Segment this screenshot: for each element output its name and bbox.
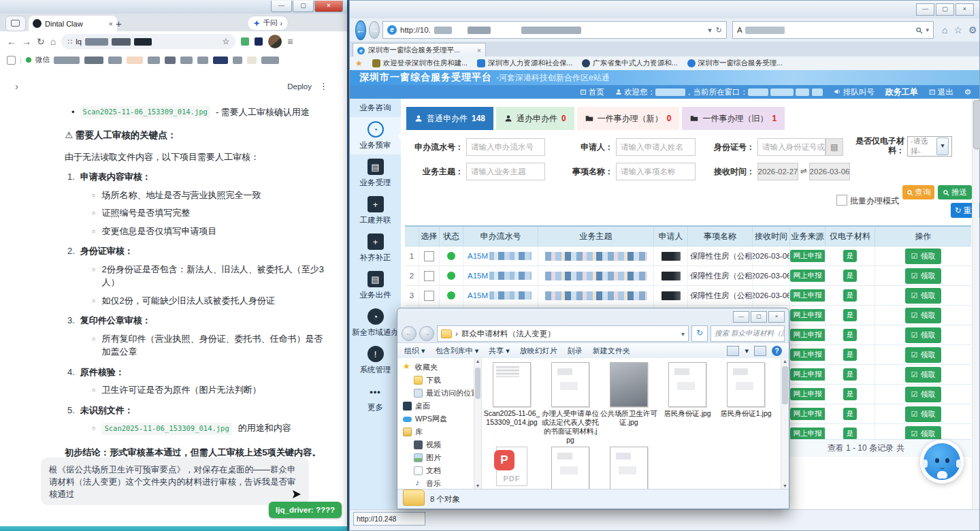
change-view-icon[interactable] xyxy=(727,346,739,356)
assistant-robot[interactable] xyxy=(920,440,964,483)
back-icon[interactable]: ← xyxy=(402,326,416,341)
sidebar-item-系统管理[interactable]: !系统管理 xyxy=(350,342,401,379)
sidebar-item-补齐补正[interactable]: +补齐补正 xyxy=(350,229,401,267)
home-icon[interactable]: ⌂ xyxy=(50,36,56,47)
back-icon[interactable]: ← xyxy=(355,20,366,40)
column-header[interactable]: 状态 xyxy=(440,227,463,246)
left-window-titlebar[interactable]: — ▢ × xyxy=(0,0,347,14)
date-from-input[interactable]: 2026-02-27 xyxy=(757,163,798,180)
claim-button[interactable]: ☑领取 xyxy=(905,367,942,383)
maximize-button[interactable]: ▢ xyxy=(293,1,314,12)
dropdown-icon[interactable]: ▾ xyxy=(708,26,712,35)
breadcrumb[interactable]: › 群众申请材料（法人变更） ▾ xyxy=(437,325,689,342)
sidebar-item-更多[interactable]: •••更多 xyxy=(350,379,401,417)
tab-普通申办件[interactable]: 普通申办件148 xyxy=(406,107,493,130)
gear-icon[interactable]: ⚙ xyxy=(964,87,971,97)
claim-button[interactable]: ☑领取 xyxy=(905,308,942,323)
reload-icon[interactable]: ↻ xyxy=(37,36,45,47)
files-scrollbar[interactable]: ▲ ▼ xyxy=(781,358,789,489)
browser-tab[interactable]: e 深圳市一窗综合服务受理平... × xyxy=(353,43,486,57)
dropdown-icon[interactable]: ▾ xyxy=(926,27,929,33)
claim-button[interactable]: ☑领取 xyxy=(905,347,942,363)
chevron-down-icon[interactable]: ▾ xyxy=(745,347,749,355)
apps-icon[interactable] xyxy=(7,56,16,65)
toolbar-共享[interactable]: 共享 ▾ xyxy=(489,346,510,356)
tab-close-icon[interactable]: × xyxy=(109,20,113,28)
address-bar[interactable]: ∷ lq ☆ xyxy=(61,34,235,49)
explorer-item-音乐[interactable]: 音乐 xyxy=(397,477,474,489)
file-item[interactable]: PPDF xyxy=(483,447,540,486)
column-header[interactable]: 申请人 xyxy=(654,227,688,246)
idcard-picker-button[interactable]: ▤ xyxy=(826,138,843,156)
query-button[interactable]: 查询 xyxy=(902,185,934,199)
column-header[interactable]: 业务来源 xyxy=(790,227,826,246)
address-bar[interactable]: e http://10. ▾ ↻ xyxy=(382,21,727,39)
explorer-search-box[interactable]: 搜索 群众申请材料（法人变更） xyxy=(710,325,785,342)
home-link[interactable]: ⊡ 首页 xyxy=(580,87,604,97)
back-icon[interactable]: ← xyxy=(7,36,16,47)
minimize-button[interactable]: — xyxy=(271,1,292,12)
sidebar-item-业务出件[interactable]: ▤业务出件 xyxy=(350,267,401,304)
file-item[interactable] xyxy=(600,447,657,489)
claim-button[interactable]: ☑领取 xyxy=(905,248,942,264)
serial-link[interactable]: A15M xyxy=(463,266,538,285)
explorer-item-收藏夹[interactable]: 收藏夹 xyxy=(397,361,474,374)
sidebar-toggle-icon[interactable]: › xyxy=(15,80,18,92)
matter-input[interactable]: 请输入事项名称 xyxy=(616,163,696,180)
toolbar-包含到库中[interactable]: 包含到库中 ▾ xyxy=(436,346,479,356)
search-box[interactable]: A ▾ xyxy=(732,21,934,39)
column-header[interactable]: 仅电子材料 xyxy=(826,227,875,246)
sidebar-item-业务受理[interactable]: ▤业务受理 xyxy=(350,155,401,192)
file-item[interactable]: 居民身份证1.jpg xyxy=(717,362,774,418)
bookmark-star-icon[interactable]: ☆ xyxy=(222,37,229,46)
chevron-down-icon[interactable]: ▾ xyxy=(681,330,685,338)
breadcrumb-folder[interactable]: 群众申请材料（法人变更） xyxy=(461,329,555,339)
gear-icon[interactable]: ⚙ xyxy=(968,25,977,35)
browser-tab[interactable]: Dintal Claw × xyxy=(29,16,117,31)
sidebar-item-工建并联[interactable]: +工建并联 xyxy=(350,192,401,229)
minimize-button[interactable]: — xyxy=(916,3,934,16)
sidebar-scrollbar[interactable]: ▲ ▼ xyxy=(474,358,482,489)
forward-icon[interactable]: → xyxy=(22,36,31,47)
claim-button[interactable]: ☑领取 xyxy=(905,268,942,284)
explorer-item-桌面[interactable]: 桌面 xyxy=(397,400,474,413)
close-button[interactable]: × xyxy=(768,311,785,323)
push-button[interactable]: 推送 xyxy=(938,185,972,199)
explorer-item-库[interactable]: 库 xyxy=(397,425,474,438)
more-menu-icon[interactable]: ⋮ xyxy=(319,81,328,91)
toolbar-新建文件夹[interactable]: 新建文件夹 xyxy=(593,346,630,356)
applicant-input[interactable]: 请输入申请人姓名 xyxy=(616,138,696,156)
batch-mode-checkbox[interactable] xyxy=(836,195,847,206)
favorites-icon[interactable]: ★ xyxy=(355,59,363,68)
table-row[interactable]: 2A15M保障性住房（公租）轮候申2026-03-06网上申报是☑领取 xyxy=(405,266,971,286)
favorite-link[interactable]: 深圳市一窗综合服务受理... xyxy=(687,59,783,68)
queue-call-link[interactable]: 排队叫号 xyxy=(834,87,875,97)
file-item[interactable] xyxy=(542,447,599,489)
column-header[interactable]: 接收时间 xyxy=(753,227,790,246)
explorer-item-下载[interactable]: 下载 xyxy=(397,374,474,387)
file-item[interactable]: 公共场所卫生许可证.jpg xyxy=(600,362,657,427)
row-checkbox[interactable] xyxy=(424,291,434,301)
electronic-only-select[interactable]: -请选择- ▾ xyxy=(907,136,952,157)
file-item[interactable]: 办理人受申请单位或法定代表人委托的书面证明材料.jpg xyxy=(542,362,599,445)
refresh-icon[interactable]: ↻ xyxy=(691,325,708,342)
profile-badge-navy[interactable] xyxy=(255,37,263,46)
chat-input[interactable]: 根《据公共场所卫生许可预审要点》，对保存在桌面的——群众申请材料（法人变更）这个… xyxy=(41,457,309,505)
new-tab-button[interactable]: + xyxy=(116,18,122,29)
toolbar-放映幻灯片[interactable]: 放映幻灯片 xyxy=(520,346,557,356)
search-icon[interactable] xyxy=(915,27,923,34)
favorite-link[interactable]: 欢迎登录深圳市住房和建... xyxy=(372,59,468,68)
file-item[interactable]: 居民身份证.jpg xyxy=(659,362,716,418)
explorer-item-文档[interactable]: 文档 xyxy=(397,464,474,477)
column-header[interactable]: 申办流水号 xyxy=(463,227,538,246)
close-button[interactable]: × xyxy=(314,1,343,12)
sidebar-item-业务咨询[interactable]: 业务咨询 xyxy=(350,99,401,117)
explorer-item-视频[interactable]: 视频 xyxy=(397,438,474,451)
ie-titlebar[interactable]: — ▢ × xyxy=(350,1,979,18)
table-row[interactable]: 1A15M保障性住房（公租）轮候申2026-03-06网上申报是☑领取 xyxy=(405,246,971,266)
serial-link[interactable]: A15M xyxy=(463,286,538,305)
tab-通办申办件[interactable]: 通办申办件0 xyxy=(496,107,574,130)
send-icon[interactable] xyxy=(291,489,302,500)
date-to-input[interactable]: 2026-03-06 xyxy=(809,163,850,180)
claim-button[interactable]: ☑领取 xyxy=(905,406,942,422)
